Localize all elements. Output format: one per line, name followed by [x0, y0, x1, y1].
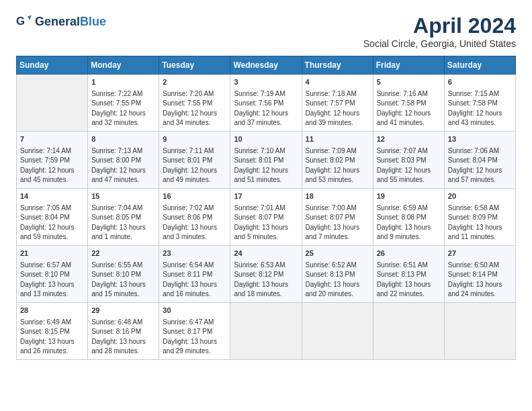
calendar-cell: 30Sunrise: 6:47 AMSunset: 8:17 PMDayligh… [159, 302, 230, 359]
daylight-text: Daylight: 13 hours and 1 minute. [91, 224, 146, 241]
daylight-text: Daylight: 12 hours and 57 minutes. [448, 167, 502, 184]
calendar-cell: 21Sunrise: 6:57 AMSunset: 8:10 PMDayligh… [17, 245, 88, 302]
title-area: April 2024 Social Circle, Georgia, Unite… [363, 13, 516, 49]
day-number: 27 [448, 248, 512, 259]
sunrise-text: Sunrise: 7:02 AM [163, 204, 214, 212]
sunrise-text: Sunrise: 6:52 AM [306, 261, 357, 269]
day-number: 1 [91, 77, 155, 88]
day-number: 3 [234, 77, 298, 88]
sunset-text: Sunset: 8:16 PM [91, 328, 141, 335]
weekday-header-thursday: Thursday [302, 56, 373, 75]
sunset-text: Sunset: 8:01 PM [234, 156, 283, 164]
weekday-header-saturday: Saturday [444, 56, 515, 75]
daylight-text: Daylight: 12 hours and 53 minutes. [306, 167, 360, 184]
day-number: 17 [234, 191, 298, 202]
calendar-cell [444, 302, 515, 359]
calendar-cell: 12Sunrise: 7:07 AMSunset: 8:03 PMDayligh… [373, 131, 444, 188]
weekday-header-friday: Friday [373, 56, 444, 75]
day-number: 8 [91, 134, 155, 145]
sunrise-text: Sunrise: 6:48 AM [91, 318, 142, 326]
sunrise-text: Sunrise: 7:07 AM [377, 147, 428, 154]
sunrise-text: Sunrise: 6:49 AM [20, 318, 71, 326]
sunrise-text: Sunrise: 6:54 AM [163, 261, 214, 269]
sunrise-text: Sunrise: 7:16 AM [377, 90, 428, 97]
daylight-text: Daylight: 12 hours and 51 minutes. [234, 167, 288, 184]
sunrise-text: Sunrise: 7:10 AM [234, 147, 285, 154]
calendar-cell: 11Sunrise: 7:09 AMSunset: 8:02 PMDayligh… [302, 131, 373, 188]
calendar-week-row: 7Sunrise: 7:14 AMSunset: 7:59 PMDaylight… [17, 131, 516, 188]
daylight-text: Daylight: 12 hours and 37 minutes. [234, 109, 288, 127]
calendar-cell [373, 302, 444, 359]
sunrise-text: Sunrise: 6:50 AM [448, 261, 499, 269]
sunrise-text: Sunrise: 7:15 AM [448, 90, 499, 97]
sunset-text: Sunset: 8:00 PM [91, 156, 141, 164]
calendar-cell: 3Sunrise: 7:19 AMSunset: 7:56 PMDaylight… [230, 75, 302, 132]
calendar-cell: 20Sunrise: 6:58 AMSunset: 8:09 PMDayligh… [444, 188, 515, 245]
calendar-cell: 17Sunrise: 7:01 AMSunset: 8:07 PMDayligh… [230, 188, 302, 245]
day-number: 9 [163, 134, 226, 145]
day-number: 16 [163, 191, 226, 202]
sunrise-text: Sunrise: 7:06 AM [448, 147, 499, 154]
day-number: 21 [20, 248, 84, 259]
sunrise-text: Sunrise: 6:47 AM [163, 318, 214, 326]
calendar-cell: 9Sunrise: 7:11 AMSunset: 8:01 PMDaylight… [159, 131, 230, 188]
day-number: 5 [377, 77, 441, 88]
sunset-text: Sunset: 7:55 PM [91, 99, 141, 107]
sunset-text: Sunset: 8:07 PM [306, 214, 355, 221]
sunset-text: Sunset: 8:09 PM [448, 214, 498, 221]
sunrise-text: Sunrise: 7:13 AM [91, 147, 142, 154]
daylight-text: Daylight: 13 hours and 3 minutes. [163, 224, 217, 241]
day-number: 2 [163, 77, 226, 88]
calendar-cell: 8Sunrise: 7:13 AMSunset: 8:00 PMDaylight… [88, 131, 159, 188]
day-number: 29 [91, 306, 155, 316]
daylight-text: Daylight: 13 hours and 15 minutes. [91, 281, 146, 298]
sunset-text: Sunset: 7:59 PM [20, 156, 70, 164]
logo-icon: G [16, 13, 32, 30]
weekday-header-monday: Monday [88, 56, 159, 75]
daylight-text: Daylight: 12 hours and 41 minutes. [377, 109, 431, 127]
sunrise-text: Sunrise: 7:19 AM [234, 90, 285, 97]
sunset-text: Sunset: 8:04 PM [448, 156, 498, 164]
day-number: 7 [20, 134, 84, 145]
daylight-text: Daylight: 13 hours and 13 minutes. [20, 281, 75, 298]
daylight-text: Daylight: 13 hours and 16 minutes. [163, 281, 217, 298]
calendar-cell: 15Sunrise: 7:04 AMSunset: 8:05 PMDayligh… [88, 188, 159, 245]
calendar-cell: 16Sunrise: 7:02 AMSunset: 8:06 PMDayligh… [159, 188, 230, 245]
month-title: April 2024 [363, 13, 516, 38]
sunrise-text: Sunrise: 6:53 AM [234, 261, 285, 269]
sunset-text: Sunset: 8:01 PM [163, 156, 212, 164]
calendar-cell: 26Sunrise: 6:51 AMSunset: 8:13 PMDayligh… [373, 245, 444, 302]
weekday-header-sunday: Sunday [17, 56, 88, 75]
daylight-text: Daylight: 13 hours and 29 minutes. [163, 338, 217, 355]
calendar-week-row: 28Sunrise: 6:49 AMSunset: 8:15 PMDayligh… [17, 302, 516, 359]
day-number: 11 [306, 134, 369, 145]
day-number: 13 [448, 134, 512, 145]
sunrise-text: Sunrise: 7:04 AM [91, 204, 142, 212]
daylight-text: Daylight: 13 hours and 7 minutes. [306, 224, 360, 241]
sunrise-text: Sunrise: 7:14 AM [20, 147, 71, 154]
daylight-text: Daylight: 12 hours and 39 minutes. [306, 109, 360, 127]
calendar-cell: 7Sunrise: 7:14 AMSunset: 7:59 PMDaylight… [17, 131, 88, 188]
daylight-text: Daylight: 12 hours and 45 minutes. [20, 167, 75, 184]
sunset-text: Sunset: 7:57 PM [306, 99, 355, 107]
location-title: Social Circle, Georgia, United States [363, 38, 516, 49]
daylight-text: Daylight: 12 hours and 55 minutes. [377, 167, 431, 184]
daylight-text: Daylight: 13 hours and 22 minutes. [377, 281, 431, 298]
calendar-cell: 27Sunrise: 6:50 AMSunset: 8:14 PMDayligh… [444, 245, 515, 302]
sunset-text: Sunset: 7:58 PM [448, 99, 498, 107]
sunrise-text: Sunrise: 7:22 AM [91, 90, 142, 97]
daylight-text: Daylight: 13 hours and 5 minutes. [234, 224, 288, 241]
day-number: 19 [377, 191, 441, 202]
daylight-text: Daylight: 12 hours and 32 minutes. [91, 109, 146, 127]
sunrise-text: Sunrise: 7:20 AM [163, 90, 214, 97]
sunrise-text: Sunrise: 6:59 AM [377, 204, 428, 212]
day-number: 26 [377, 248, 441, 259]
sunset-text: Sunset: 8:11 PM [163, 271, 212, 278]
day-number: 24 [234, 248, 298, 259]
sunrise-text: Sunrise: 6:51 AM [377, 261, 428, 269]
sunset-text: Sunset: 8:03 PM [377, 156, 427, 164]
day-number: 6 [448, 77, 512, 88]
header: G GeneralBlue April 2024 Social Circle, … [16, 13, 516, 49]
day-number: 18 [306, 191, 369, 202]
sunset-text: Sunset: 8:07 PM [234, 214, 283, 221]
